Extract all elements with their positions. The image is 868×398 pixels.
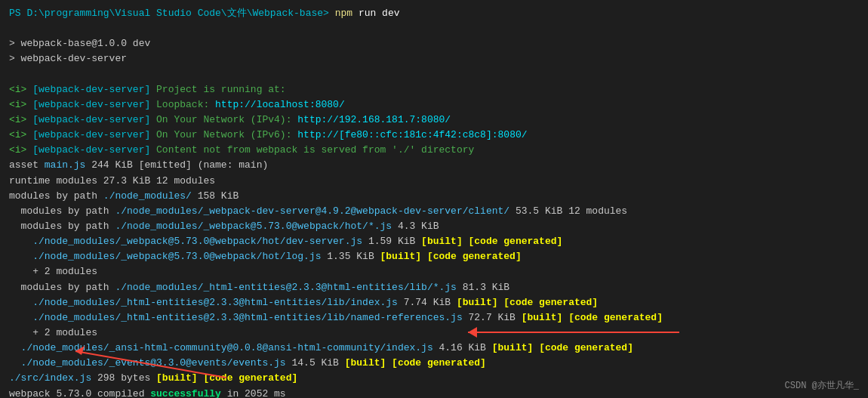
terminal-line: ./node_modules/_events@3.3.0@events/even… — [9, 356, 859, 371]
terminal-line: asset main.js 244 KiB [emitted] (name: m… — [9, 158, 859, 173]
terminal-line: <i> [webpack-dev-server] Content not fro… — [9, 143, 859, 158]
terminal-line: modules by path ./node_modules/_webpack@… — [9, 219, 859, 234]
terminal-line: <i> [webpack-dev-server] On Your Network… — [9, 128, 859, 143]
terminal-window: PS D:\programming\Visual Studio Code\文件\… — [0, 0, 868, 398]
terminal-line: modules by path ./node_modules/_html-ent… — [9, 280, 859, 295]
terminal-line: ./src/index.js 298 bytes [built] [code g… — [9, 371, 859, 386]
terminal-line: > webpack-base@1.0.0 dev — [9, 36, 859, 51]
terminal-line: modules by path ./node_modules/ 158 KiB — [9, 189, 859, 204]
terminal-content: PS D:\programming\Visual Studio Code\文件\… — [9, 6, 859, 398]
terminal-line: runtime modules 27.3 KiB 12 modules — [9, 174, 859, 189]
terminal-line: ./node_modules/_html-entities@2.3.3@html… — [9, 310, 859, 325]
terminal-line: ./node_modules/_webpack@5.73.0@webpack/h… — [9, 249, 859, 264]
terminal-line: ./node_modules/_html-entities@2.3.3@html… — [9, 295, 859, 310]
terminal-line: <i> [webpack-dev-server] Project is runn… — [9, 82, 859, 97]
terminal-line: PS D:\programming\Visual Studio Code\文件\… — [9, 6, 859, 21]
terminal-line: <i> [webpack-dev-server] On Your Network… — [9, 113, 859, 128]
terminal-line: webpack 5.73.0 compiled successfully in … — [9, 387, 859, 398]
terminal-line: + 2 modules — [9, 264, 859, 279]
terminal-line: ./node_modules/_webpack@5.73.0@webpack/h… — [9, 234, 859, 249]
terminal-line: <i> [webpack-dev-server] Loopback: http:… — [9, 97, 859, 113]
terminal-line — [9, 21, 859, 36]
watermark: CSDN @亦世凡华_ — [785, 379, 859, 392]
terminal-line: + 2 modules — [9, 325, 859, 341]
terminal-line — [9, 67, 859, 82]
terminal-line: ./node_modules/_ansi-html-community@0.0.… — [9, 341, 859, 356]
terminal-line: > webpack-dev-server — [9, 51, 859, 66]
terminal-line: modules by path ./node_modules/_webpack-… — [9, 204, 859, 219]
